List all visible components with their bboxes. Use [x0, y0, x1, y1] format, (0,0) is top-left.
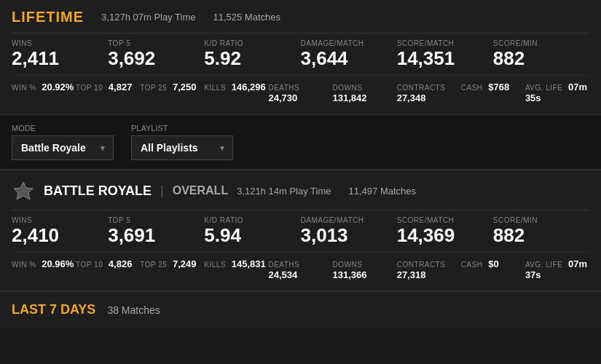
- stat-secondary-item: Top 25 7,249: [140, 258, 204, 280]
- filter-section: Mode Battle Royale Plunder Rebirth Playl…: [0, 115, 601, 170]
- stat-secondary-value: 24,730: [268, 92, 297, 103]
- stat-main-value: 5.94: [204, 226, 288, 245]
- stat-main-item: DAMAGE/MATCH 3,013: [301, 216, 397, 245]
- stat-secondary-item: Kills 145,831: [204, 258, 268, 280]
- stat-secondary-value: $0: [488, 258, 498, 269]
- stat-secondary-label: Deaths: [268, 261, 299, 269]
- stat-secondary-label: Contracts: [397, 261, 446, 269]
- stat-main-value: 882: [493, 49, 578, 68]
- br-playtime: 3,121h 14m Play Time: [237, 186, 331, 197]
- br-icon: [12, 179, 35, 202]
- stat-main-item: SCORE/MIN 882: [493, 39, 589, 68]
- mode-filter-group: Mode Battle Royale Plunder Rebirth: [12, 124, 114, 160]
- stat-secondary-value: 131,842: [333, 92, 367, 103]
- lifetime-section: LIFETIME 3,127h 07m Play Time 11,525 Mat…: [0, 0, 601, 115]
- stat-secondary-item: Top 10 4,827: [76, 82, 140, 103]
- stat-main-label: WINS: [12, 216, 96, 224]
- stat-main-label: TOP 5: [108, 39, 192, 47]
- br-secondary-stats: Win % 20.96% Top 10 4,826 Top 25 7,249 K…: [12, 252, 589, 280]
- stat-secondary-label: Deaths: [268, 84, 299, 92]
- stat-secondary-value: 24,534: [268, 269, 297, 280]
- stat-secondary-value: 145,831: [232, 258, 266, 269]
- stat-secondary-label: Top 25: [140, 261, 167, 269]
- mode-select-wrapper[interactable]: Battle Royale Plunder Rebirth: [12, 135, 114, 160]
- playlist-select[interactable]: All Playlists Solo Duo Trio Quad: [131, 135, 233, 160]
- stat-secondary-label: Cash: [461, 261, 483, 269]
- lifetime-main-stats: WINS 2,411 TOP 5 3,692 K/D RATIO 5.92 DA…: [12, 33, 589, 68]
- stat-secondary-label: Downs: [333, 261, 363, 269]
- stat-main-label: DAMAGE/MATCH: [301, 39, 385, 47]
- mode-select[interactable]: Battle Royale Plunder Rebirth: [12, 135, 114, 160]
- stat-main-label: SCORE/MATCH: [397, 216, 482, 224]
- br-matches: 11,497 Matches: [349, 186, 417, 197]
- stat-secondary-label: Win %: [12, 84, 36, 92]
- stat-secondary-item: Avg. Life 07m 37s: [525, 258, 589, 280]
- stat-secondary-value: 20.92%: [42, 82, 74, 92]
- stat-secondary-label: Top 10: [76, 261, 103, 269]
- stat-secondary-label: Downs: [333, 84, 363, 92]
- stat-secondary-label: Cash: [461, 84, 483, 92]
- playlist-select-wrapper[interactable]: All Playlists Solo Duo Trio Quad: [131, 135, 233, 160]
- stat-secondary-value: 20.96%: [42, 258, 74, 269]
- br-main-stats: WINS 2,410 TOP 5 3,691 K/D RATIO 5.94 DA…: [12, 210, 589, 245]
- stat-secondary-label: Kills: [204, 84, 226, 92]
- stat-secondary-item: Top 25 7,250: [140, 82, 204, 103]
- stat-secondary-item: Contracts 27,318: [397, 258, 461, 280]
- stat-main-item: WINS 2,411: [12, 39, 108, 68]
- last7-section: LAST 7 DAYS 38 Matches: [0, 292, 601, 328]
- stat-secondary-label: Contracts: [397, 84, 446, 92]
- stat-secondary-item: Downs 131,842: [333, 82, 397, 103]
- br-meta: 3,121h 14m Play Time 11,497 Matches: [237, 186, 416, 197]
- stat-main-item: DAMAGE/MATCH 3,644: [301, 39, 397, 68]
- playlist-label: Playlist: [131, 124, 233, 132]
- lifetime-title: LIFETIME: [12, 9, 84, 25]
- stat-secondary-item: Contracts 27,348: [397, 82, 461, 103]
- br-subtitle: OVERALL: [173, 184, 228, 197]
- stat-secondary-label: Top 25: [140, 84, 167, 92]
- stat-main-item: K/D RATIO 5.92: [204, 39, 300, 68]
- last7-matches: 38 Matches: [107, 304, 160, 316]
- stat-main-value: 3,691: [108, 226, 192, 245]
- stat-secondary-value: 7,250: [173, 82, 197, 92]
- stat-main-item: SCORE/MIN 882: [493, 216, 589, 245]
- lifetime-header: LIFETIME 3,127h 07m Play Time 11,525 Mat…: [12, 9, 589, 25]
- lifetime-matches: 11,525 Matches: [213, 12, 280, 23]
- stat-main-label: TOP 5: [108, 216, 192, 224]
- stat-secondary-value: 7,249: [173, 258, 197, 269]
- lifetime-meta: 3,127h 07m Play Time 11,525 Matches: [101, 12, 280, 23]
- stat-main-value: 14,351: [397, 49, 482, 68]
- stat-secondary-label: Avg. Life: [525, 261, 563, 269]
- stat-main-value: 2,411: [12, 49, 96, 68]
- stat-main-value: 2,410: [12, 226, 96, 245]
- stat-secondary-item: Downs 131,366: [333, 258, 397, 280]
- last7-title: LAST 7 DAYS: [12, 302, 95, 317]
- stat-secondary-value: 27,318: [397, 269, 426, 280]
- stat-secondary-value: $768: [488, 82, 509, 92]
- stat-secondary-item: Top 10 4,826: [76, 258, 140, 280]
- stat-main-label: SCORE/MIN: [493, 39, 578, 47]
- stat-main-item: WINS 2,410: [12, 216, 108, 245]
- br-title-group: BATTLE ROYALE | OVERALL: [44, 183, 228, 199]
- stat-main-value: 14,369: [397, 226, 482, 245]
- stat-secondary-item: Kills 146,296: [204, 82, 268, 103]
- stat-main-label: K/D RATIO: [204, 39, 288, 47]
- stat-secondary-item: Win % 20.96%: [12, 258, 76, 280]
- stat-main-item: K/D RATIO 5.94: [204, 216, 300, 245]
- stat-secondary-value: 146,296: [232, 82, 266, 92]
- playlist-filter-group: Playlist All Playlists Solo Duo Trio Qua…: [131, 124, 233, 160]
- stat-main-label: SCORE/MIN: [493, 216, 578, 224]
- stat-main-value: 3,013: [301, 226, 385, 245]
- br-divider: |: [160, 183, 164, 199]
- br-title: BATTLE ROYALE: [44, 183, 152, 199]
- stat-secondary-label: Win %: [12, 261, 36, 269]
- battle-royale-section: BATTLE ROYALE | OVERALL 3,121h 14m Play …: [0, 170, 601, 292]
- svg-marker-0: [14, 182, 33, 199]
- stat-main-value: 882: [493, 226, 578, 245]
- lifetime-secondary-stats: Win % 20.92% Top 10 4,827 Top 25 7,250 K…: [12, 75, 589, 103]
- stat-secondary-item: Deaths 24,534: [268, 258, 332, 280]
- stat-main-value: 3,692: [108, 49, 192, 68]
- stat-main-label: WINS: [12, 39, 96, 47]
- stat-secondary-item: Deaths 24,730: [268, 82, 332, 103]
- mode-label: Mode: [12, 124, 114, 132]
- stat-main-label: SCORE/MATCH: [397, 39, 482, 47]
